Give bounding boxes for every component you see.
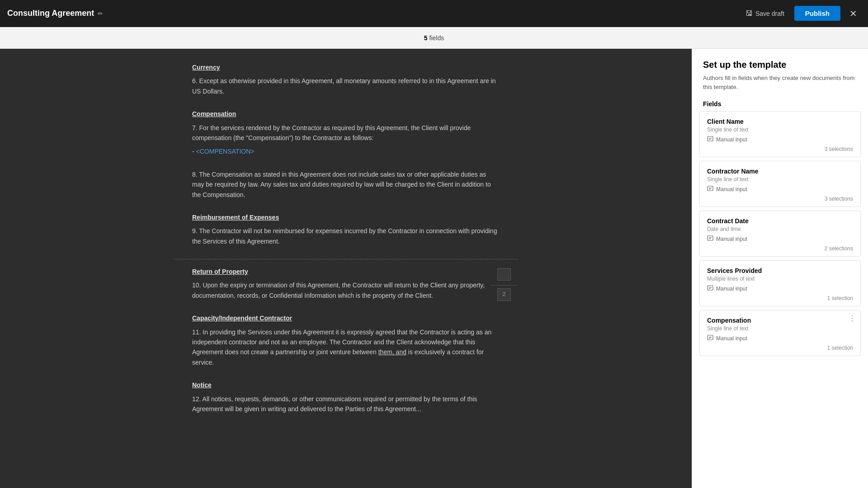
fields-count-label: fields <box>429 34 444 42</box>
field-card-name-0: Client Name <box>707 118 853 125</box>
field-card-name-1: Contractor Name <box>707 168 853 175</box>
document-title: Consulting Agreement <box>7 9 94 18</box>
return-property-para: 10. Upon the expiry or termination of th… <box>192 280 500 300</box>
field-card-input-row-0: Manual input <box>707 136 853 143</box>
field-card-input-row-3: Manual input <box>707 285 853 292</box>
reimbursement-heading: Reimbursement of Expenses <box>192 212 500 222</box>
svg-rect-0 <box>708 136 713 141</box>
compensation-link[interactable]: <COMPENSATION> <box>196 148 255 155</box>
field-card-1[interactable]: Contractor Name Single line of text Manu… <box>699 161 861 207</box>
close-button[interactable]: ✕ <box>846 6 861 21</box>
compensation-note-para: 8. The Compensation as stated in this Ag… <box>192 169 500 200</box>
reimbursement-section: Reimbursement of Expenses 9. The Contrac… <box>192 212 500 246</box>
selection-area: Return of Property 10. Upon the expiry o… <box>192 259 500 300</box>
svg-rect-9 <box>708 286 713 290</box>
currency-para: 6. Except as otherwise provided in this … <box>192 76 500 96</box>
reimbursement-para: 9. The Contractor will not be reimbursed… <box>192 226 500 246</box>
edit-title-icon[interactable]: ✏ <box>98 10 103 17</box>
capacity-para: 11. In providing the Services under this… <box>192 327 500 368</box>
field-card-2[interactable]: Contract Date Date and time Manual input… <box>699 211 861 257</box>
field-card-4[interactable]: ⋮ Compensation Single line of text Manua… <box>699 310 861 356</box>
notice-heading: Notice <box>192 380 500 390</box>
save-icon: 🖫 <box>745 9 753 18</box>
manual-input-icon-4 <box>707 334 713 342</box>
manual-input-icon-1 <box>707 185 713 193</box>
return-property-section: Return of Property 10. Upon the expiry o… <box>192 267 500 300</box>
notice-para: 12. All notices, requests, demands, or o… <box>192 394 500 414</box>
compensation-heading: Compensation <box>192 109 500 119</box>
svg-rect-3 <box>708 186 713 191</box>
right-panel: Set up the template Authors fill in fiel… <box>692 49 868 488</box>
field-card-name-2: Contract Date <box>707 217 853 225</box>
field-card-input-row-4: Manual input <box>707 334 853 342</box>
field-card-selections-0: 3 selections <box>707 146 853 152</box>
field-card-type-3: Multiple lines of text <box>707 276 853 282</box>
manual-input-icon-3 <box>707 285 713 292</box>
field-card-name-4: Compensation <box>707 317 853 324</box>
field-card-input-row-2: Manual input <box>707 235 853 243</box>
field-card-selections-2: 2 selections <box>707 245 853 252</box>
page-indicator-box <box>497 268 511 281</box>
manual-input-icon-2 <box>707 235 713 243</box>
fields-list: Client Name Single line of text Manual i… <box>692 111 868 367</box>
compensation-section: Compensation 7. For the services rendere… <box>192 109 500 157</box>
return-property-heading: Return of Property <box>192 267 500 277</box>
page-number-indicator: 2 <box>497 288 511 301</box>
notice-section: Notice 12. All notices, requests, demand… <box>192 380 500 414</box>
field-card-selections-1: 3 selections <box>707 196 853 202</box>
field-card-manual-0: Manual input <box>716 136 747 143</box>
top-bar-right: 🖫 Save draft Publish ✕ <box>741 6 861 21</box>
svg-rect-6 <box>708 236 713 240</box>
field-card-manual-1: Manual input <box>716 186 747 192</box>
currency-heading: Currency <box>192 62 500 72</box>
fields-count-bar: 5 fields <box>0 27 868 49</box>
fields-count-text: 5 fields <box>424 34 444 42</box>
field-card-input-row-1: Manual input <box>707 185 853 193</box>
save-draft-button[interactable]: 🖫 Save draft <box>741 7 789 20</box>
field-card-more-button[interactable]: ⋮ <box>849 315 856 322</box>
selection-border-top <box>174 259 518 259</box>
document-area[interactable]: Currency 6. Except as otherwise provided… <box>0 49 692 488</box>
manual-input-icon-0 <box>707 136 713 143</box>
field-card-manual-4: Manual input <box>716 335 747 342</box>
compensation-para-1: 7. For the services rendered by the Cont… <box>192 123 500 143</box>
top-bar: Consulting Agreement ✏ 🖫 Save draft Publ… <box>0 0 868 27</box>
field-card-name-3: Services Provided <box>707 267 853 274</box>
document-inner: Currency 6. Except as otherwise provided… <box>174 49 518 445</box>
field-card-manual-3: Manual input <box>716 286 747 292</box>
field-card-3[interactable]: Services Provided Multiple lines of text… <box>699 260 861 306</box>
currency-section: Currency 6. Except as otherwise provided… <box>192 62 500 96</box>
field-card-type-4: Single line of text <box>707 325 853 332</box>
svg-rect-12 <box>708 335 713 340</box>
field-card-type-0: Single line of text <box>707 127 853 133</box>
field-card-selections-3: 1 selection <box>707 295 853 301</box>
field-card-manual-2: Manual input <box>716 236 747 242</box>
field-card-type-1: Single line of text <box>707 176 853 183</box>
fields-count-number: 5 <box>424 34 428 42</box>
main-content: Currency 6. Except as otherwise provided… <box>0 49 868 488</box>
publish-button[interactable]: Publish <box>794 6 840 21</box>
capacity-heading: Capacity/Independent Contractor <box>192 313 500 323</box>
compensation-note-section: 8. The Compensation as stated in this Ag… <box>192 169 500 200</box>
panel-title: Set up the template <box>703 60 857 70</box>
field-card-selections-4: 1 selection <box>707 345 853 351</box>
panel-subtitle: Authors fill in fields when they create … <box>703 74 857 91</box>
compensation-link-para: - <COMPENSATION> <box>192 146 500 156</box>
top-bar-left: Consulting Agreement ✏ <box>7 9 103 18</box>
page-indicators: 2 <box>491 259 518 301</box>
field-card-0[interactable]: Client Name Single line of text Manual i… <box>699 111 861 157</box>
field-card-type-2: Date and time <box>707 226 853 232</box>
dashed-separator <box>491 285 518 286</box>
capacity-section: Capacity/Independent Contractor 11. In p… <box>192 313 500 367</box>
them-and-text: them, and <box>378 348 406 356</box>
panel-fields-label: Fields <box>692 95 868 111</box>
panel-header: Set up the template Authors fill in fiel… <box>692 49 868 95</box>
